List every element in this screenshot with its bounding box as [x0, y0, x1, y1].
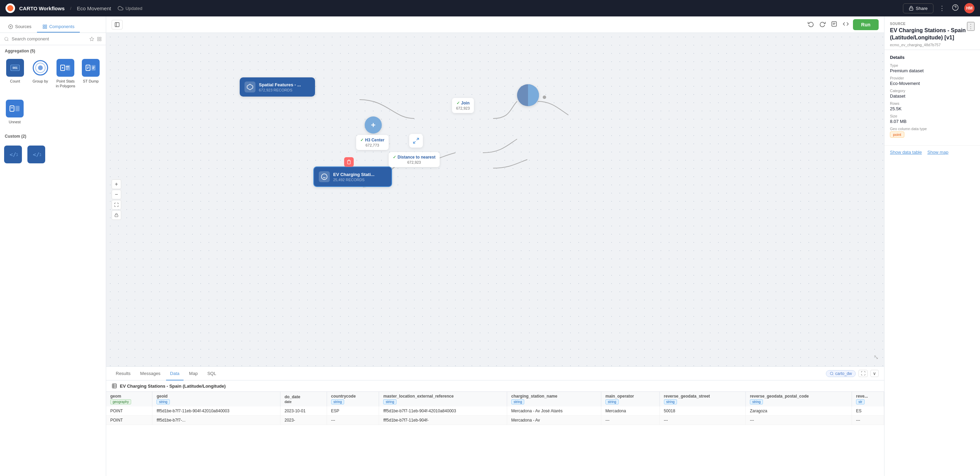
type-value: Premium dataset	[890, 68, 975, 73]
size-row: Size 8.07 MB	[890, 114, 975, 124]
cell-geom-1: POINT	[106, 406, 153, 416]
node-h3-center[interactable]: ✓ H3 Center 672,773	[356, 135, 389, 150]
expand-panel-btn[interactable]	[111, 20, 123, 29]
svg-rect-6	[43, 25, 44, 26]
tab-sql[interactable]: SQL	[203, 367, 220, 380]
search-input[interactable]	[12, 36, 87, 41]
zoom-out-button[interactable]: −	[111, 190, 121, 199]
svg-marker-45	[247, 84, 253, 90]
star-icon[interactable]	[89, 37, 94, 41]
table-icon	[111, 383, 117, 389]
undo-button[interactable]	[807, 19, 815, 30]
table-body: POINT fff5d1be-b7f7-11eb-904f-42010a8400…	[106, 406, 884, 425]
rows-row: Rows 25.5K	[890, 101, 975, 111]
svg-line-52	[414, 142, 416, 143]
component-point-stats[interactable]: Point Stats in Polygons	[53, 56, 78, 91]
trash-icon	[347, 159, 351, 164]
cell-postal-1: Zaragoza	[745, 406, 851, 416]
ev-charging-icon	[319, 171, 330, 182]
svg-rect-9	[43, 27, 44, 29]
panel-icon	[115, 22, 120, 27]
node-circle[interactable]	[517, 84, 539, 106]
avatar: HM	[964, 3, 975, 13]
table-row: POINT fff5d1be-b7f7-... 2023- --- fff5d1…	[106, 416, 884, 425]
svg-rect-29	[86, 65, 90, 70]
node-plus[interactable]	[365, 116, 382, 134]
ev-charging-title: EV Charging Stati...	[333, 172, 387, 177]
source-label: SOURCE	[890, 22, 967, 26]
source-title: EV Charging Stations - Spain (Latitude/L…	[890, 27, 967, 41]
svg-point-22	[38, 65, 43, 70]
svg-line-11	[8, 40, 9, 41]
component-custom2[interactable]: </>	[26, 142, 46, 168]
table-title: EV Charging Stations - Spain (Latitude/L…	[120, 384, 226, 389]
tab-data[interactable]: Data	[166, 367, 183, 380]
group-by-icon	[33, 60, 48, 76]
show-data-table-link[interactable]: Show data table	[890, 150, 922, 155]
unnest-label: Unnest	[9, 119, 21, 124]
grid-icon[interactable]	[97, 37, 102, 41]
brand-name: CARTO Workflows	[19, 5, 65, 11]
type-row: Type Premium dataset	[890, 63, 975, 73]
delete-node-btn[interactable]	[344, 157, 354, 167]
component-st-dump[interactable]: ST Dump	[78, 56, 103, 91]
more-options-button[interactable]: ⋮	[937, 3, 947, 13]
svg-rect-36	[16, 106, 19, 111]
zoom-in-button[interactable]: +	[111, 180, 121, 189]
components-tab-label: Components	[49, 24, 75, 29]
component-count[interactable]: 001 Count	[3, 56, 27, 91]
expand-table-btn[interactable]: ⛶	[858, 370, 868, 377]
text-button[interactable]	[830, 19, 838, 30]
node-ev-charging[interactable]: EV Charging Stati... 25,492 RECORDS	[313, 166, 392, 187]
tab-messages[interactable]: Messages	[136, 367, 164, 380]
svg-marker-12	[90, 37, 94, 41]
share-button[interactable]: Share	[903, 3, 934, 13]
dot-connector	[543, 96, 546, 99]
cell-country-2: ---	[327, 416, 379, 425]
type-geography-badge: geography	[110, 399, 131, 404]
plus-icon	[370, 122, 377, 129]
search-icon	[4, 37, 9, 41]
resize-handle[interactable]: ⤡	[873, 353, 879, 361]
code-button[interactable]	[841, 19, 850, 30]
right-panel: SOURCE EV Charging Stations - Spain (Lat…	[884, 16, 980, 476]
breadcrumb-separator: /	[70, 6, 72, 11]
redo-button[interactable]	[818, 19, 827, 30]
more-table-btn[interactable]: ∨	[870, 370, 879, 377]
component-unnest[interactable]: Unnest	[3, 96, 27, 127]
category-label: Category	[890, 89, 975, 93]
spatial-features-icon	[245, 81, 255, 92]
svg-rect-14	[100, 37, 101, 38]
distance-count: 672,923	[393, 160, 436, 164]
right-panel-more-btn[interactable]: ⋮	[967, 22, 975, 31]
bottom-tabs: Results Messages Data Map SQL carto_dw ⛶…	[106, 367, 884, 380]
svg-rect-40	[115, 22, 119, 27]
type-label: Type	[890, 63, 975, 67]
workflow-canvas[interactable]: Spatial Features - ... 672,923 RECORDS E…	[106, 33, 884, 366]
node-expand[interactable]	[409, 134, 423, 148]
component-custom1[interactable]: </>	[3, 142, 23, 168]
run-button[interactable]: Run	[853, 19, 879, 30]
category-row: Category Dataset	[890, 89, 975, 99]
node-join[interactable]: ✓ Join 672,923	[452, 98, 474, 113]
data-table-wrap[interactable]: geom geography geoid string do_date date	[106, 392, 884, 476]
sources-icon	[8, 24, 13, 29]
svg-rect-56	[112, 384, 116, 388]
tab-results[interactable]: Results	[111, 367, 135, 380]
fit-view-button[interactable]	[111, 200, 121, 210]
distance-title: Distance to nearest	[398, 155, 436, 159]
search-bar	[0, 33, 106, 45]
sidebar-tab-components[interactable]: Components	[37, 21, 80, 33]
help-button[interactable]	[951, 3, 960, 14]
node-spatial-features[interactable]: Spatial Features - ... 672,923 RECORDS	[240, 77, 315, 97]
sidebar-tab-sources[interactable]: Sources	[3, 21, 37, 33]
col-street: reverse_geodata_street string	[660, 392, 745, 406]
size-value: 8.07 MB	[890, 119, 975, 124]
node-distance[interactable]: ✓ Distance to nearest 672,923	[389, 152, 440, 167]
join-title: Join	[461, 101, 470, 105]
rows-value: 25.5K	[890, 106, 975, 111]
tab-map[interactable]: Map	[185, 367, 202, 380]
show-map-link[interactable]: Show map	[927, 150, 948, 155]
lock-view-button[interactable]	[111, 210, 121, 220]
component-group-by[interactable]: Group by	[28, 56, 53, 91]
